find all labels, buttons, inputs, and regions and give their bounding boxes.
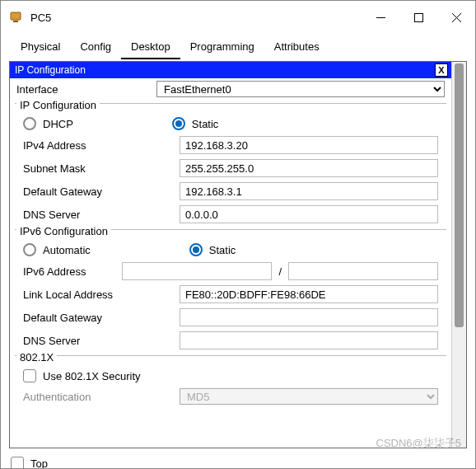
ipv6-address-input[interactable] bbox=[122, 262, 272, 280]
scroll-thumb[interactable] bbox=[455, 63, 464, 327]
app-icon bbox=[9, 10, 24, 25]
maximize-button[interactable] bbox=[399, 1, 437, 34]
link-local-input[interactable] bbox=[180, 285, 438, 303]
dot1x-group: 802.1X Use 802.1X Security Authenticatio… bbox=[15, 355, 446, 407]
panel-close-button[interactable]: X bbox=[435, 63, 448, 77]
minimize-button[interactable] bbox=[362, 1, 399, 34]
use-8021x-label: Use 802.1X Security bbox=[43, 370, 141, 382]
svg-rect-3 bbox=[414, 13, 422, 21]
ipv6-group-title: IPv6 Configuration bbox=[16, 225, 111, 237]
ipv6-gateway-input[interactable] bbox=[180, 308, 438, 326]
auth-label: Authentication bbox=[23, 391, 180, 403]
close-button[interactable] bbox=[437, 1, 475, 34]
subnet-mask-input[interactable] bbox=[180, 159, 438, 177]
panel-title: IP Configuration bbox=[15, 64, 86, 76]
tab-programming[interactable]: Programming bbox=[180, 37, 264, 59]
tab-physical[interactable]: Physical bbox=[11, 37, 70, 59]
ipv6-dns-input[interactable] bbox=[180, 331, 438, 349]
top-label: Top bbox=[30, 457, 48, 470]
ipv4-static-radio[interactable]: Static bbox=[172, 117, 219, 130]
ipv4-addr-label: IPv4 Address bbox=[23, 139, 180, 152]
tab-attributes[interactable]: Attributes bbox=[264, 37, 329, 59]
panel-header: IP Configuration X bbox=[10, 62, 451, 78]
ipv6-auto-label: Automatic bbox=[43, 244, 91, 256]
ipv4-static-label: Static bbox=[192, 118, 219, 130]
prefix-slash: / bbox=[272, 265, 288, 278]
use-8021x-checkbox[interactable] bbox=[23, 369, 36, 382]
ipv6-addr-label: IPv6 Address bbox=[23, 265, 122, 278]
dot1x-group-title: 802.1X bbox=[16, 351, 57, 363]
ipv4-group: IP Configuration DHCP Static IPv4 Addres… bbox=[15, 103, 446, 226]
ipv6-auto-radio[interactable]: Automatic bbox=[23, 243, 91, 256]
svg-rect-0 bbox=[11, 12, 21, 20]
ipv6-static-radio[interactable]: Static bbox=[189, 243, 236, 256]
interface-select[interactable]: FastEthernet0 bbox=[156, 81, 445, 97]
svg-rect-1 bbox=[13, 21, 18, 22]
subnet-mask-label: Subnet Mask bbox=[23, 162, 180, 175]
ipv4-dns-input[interactable] bbox=[180, 205, 438, 223]
titlebar: PC5 bbox=[1, 1, 475, 34]
ipv4-gateway-input[interactable] bbox=[180, 182, 438, 200]
bottom-bar: Top bbox=[1, 453, 475, 469]
ipv6-prefix-input[interactable] bbox=[288, 262, 438, 280]
top-checkbox[interactable] bbox=[11, 457, 24, 469]
tab-config[interactable]: Config bbox=[70, 37, 121, 59]
ipv6-dns-label: DNS Server bbox=[23, 335, 180, 347]
tab-desktop[interactable]: Desktop bbox=[121, 37, 180, 59]
link-local-label: Link Local Address bbox=[23, 288, 180, 301]
tab-bar: Physical Config Desktop Programming Attr… bbox=[1, 34, 475, 59]
ipv4-gateway-label: Default Gateway bbox=[23, 185, 180, 198]
window-title: PC5 bbox=[30, 12, 51, 24]
ipv4-dhcp-radio[interactable]: DHCP bbox=[23, 117, 73, 130]
ipv6-static-label: Static bbox=[209, 244, 236, 256]
interface-label: Interface bbox=[16, 83, 156, 96]
auth-select: MD5 bbox=[180, 388, 438, 405]
ipv4-dhcp-label: DHCP bbox=[43, 118, 73, 130]
ipv6-gateway-label: Default Gateway bbox=[23, 312, 180, 324]
vertical-scrollbar[interactable] bbox=[451, 62, 466, 448]
ipv4-address-input[interactable] bbox=[180, 136, 438, 154]
ipv4-dns-label: DNS Server bbox=[23, 209, 180, 221]
content-area: IP Configuration X Interface FastEtherne… bbox=[9, 61, 467, 448]
ipv6-group: IPv6 Configuration Automatic Static IPv6… bbox=[15, 229, 446, 352]
ipv4-group-title: IP Configuration bbox=[16, 99, 100, 111]
